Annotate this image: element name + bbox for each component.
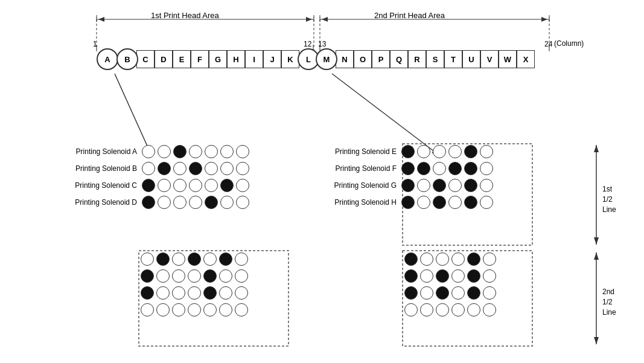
letter-C: C [136,50,155,68]
sh-dot-right-0-2 [436,252,449,266]
sh-dot-right-2-4 [467,286,480,300]
sh-dot-right-1-4 [467,269,480,283]
solenoid-label-right-2: Printing Solenoid G [296,181,401,190]
sh-dot-left-1-6 [235,269,248,283]
second-half-right-row-1 [404,269,496,283]
solenoid-label-right-3: Printing Solenoid H [296,198,401,207]
dot-left-0-1 [158,145,171,158]
dot-left-3-6 [236,196,249,209]
solenoid-label-left-0: Printing Solenoid A [36,147,142,156]
sh-dot-left-2-0 [141,286,154,300]
dot-group-right-0 [401,145,493,158]
dot-right-2-4 [464,179,477,192]
dot-right-3-4 [464,196,477,209]
dot-left-1-5 [220,162,234,175]
dot-group-left-1 [142,162,249,175]
solenoid-row-left-2: Printing Solenoid C [36,179,249,192]
dot-left-2-5 [220,179,234,192]
solenoid-row-left-0: Printing Solenoid A [36,145,249,158]
dot-right-0-1 [417,145,430,158]
dot-left-0-5 [220,145,234,158]
dot-left-0-6 [236,145,249,158]
dot-left-1-3 [189,162,202,175]
sh-dot-left-3-2 [172,303,185,316]
sh-dot-left-0-5 [219,252,232,266]
svg-marker-24 [594,252,599,260]
svg-marker-12 [322,17,328,22]
sh-dot-left-1-0 [141,269,154,283]
sh-dot-left-0-4 [203,252,217,266]
solenoid-label-left-3: Printing Solenoid D [36,198,142,207]
dot-left-3-3 [189,196,202,209]
sh-dot-right-0-3 [451,252,465,266]
solenoid-section-left: Printing Solenoid APrinting Solenoid BPr… [36,145,249,213]
second-half-right-row-3 [404,303,496,316]
sh-dot-right-3-5 [483,303,496,316]
dot-right-3-3 [448,196,462,209]
dot-right-0-2 [433,145,446,158]
dot-left-0-4 [205,145,218,158]
first-area-label: 1st Print Head Area [151,11,219,20]
letter-P: P [372,50,390,68]
second-half-left [141,252,248,320]
sh-dot-left-0-1 [156,252,170,266]
letter-O: O [354,50,372,68]
letter-J: J [263,50,281,68]
dot-right-0-4 [464,145,477,158]
svg-marker-13 [541,17,547,22]
svg-line-14 [115,74,151,154]
sh-dot-right-1-3 [451,269,465,283]
sh-dot-right-2-5 [483,286,496,300]
dot-right-1-3 [448,162,462,175]
letter-K: K [281,50,299,68]
svg-line-15 [332,74,438,154]
solenoid-label-right-0: Printing Solenoid E [296,147,401,156]
col-num-24: 24 [544,40,552,48]
second-half-left-row-0 [141,252,248,266]
svg-marker-21 [594,145,599,152]
col-num-13: 13 [318,40,326,48]
col-num-1: 1 [93,40,97,48]
dot-left-3-2 [173,196,187,209]
dot-left-1-0 [142,162,155,175]
letter-H: H [227,50,245,68]
sh-dot-right-3-4 [467,303,480,316]
letter-U: U [462,50,480,68]
sh-dot-left-3-1 [156,303,170,316]
solenoid-row-left-3: Printing Solenoid D [36,196,249,209]
sh-dot-left-3-0 [141,303,154,316]
dot-left-2-3 [189,179,202,192]
dot-left-2-6 [236,179,249,192]
letter-X: X [517,50,535,68]
sh-dot-left-1-3 [188,269,201,283]
sh-dot-right-1-1 [420,269,433,283]
dot-right-3-1 [417,196,430,209]
sh-dot-right-1-2 [436,269,449,283]
first-half-label: 1st 1/2 Line [602,184,616,214]
svg-marker-25 [594,337,599,344]
dot-left-0-2 [173,145,187,158]
sh-dot-left-2-4 [203,286,217,300]
sh-dot-left-1-1 [156,269,170,283]
sh-dot-left-0-0 [141,252,154,266]
dot-group-left-0 [142,145,249,158]
dot-left-2-1 [158,179,171,192]
sh-dot-left-3-6 [235,303,248,316]
sh-dot-right-2-2 [436,286,449,300]
dot-left-2-4 [205,179,218,192]
dot-right-1-5 [480,162,493,175]
letter-M: M [316,48,337,70]
dot-group-right-3 [401,196,493,209]
solenoid-label-left-1: Printing Solenoid B [36,164,142,173]
second-half-right [404,252,496,320]
dot-left-3-5 [220,196,234,209]
solenoid-row-right-1: Printing Solenoid F [296,162,493,175]
dot-group-right-1 [401,162,493,175]
dot-right-0-0 [401,145,415,158]
sh-dot-right-0-4 [467,252,480,266]
diagram-container: 1st Print Head Area 2nd Print Head Area … [18,6,628,356]
sh-dot-left-3-4 [203,303,217,316]
solenoid-label-right-1: Printing Solenoid F [296,164,401,173]
sh-dot-left-2-2 [172,286,185,300]
letter-T: T [444,50,462,68]
